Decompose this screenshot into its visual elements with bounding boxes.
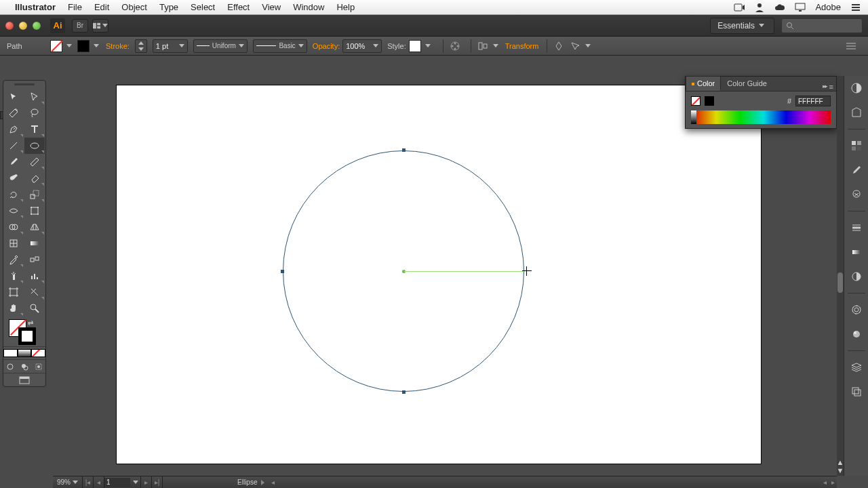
next-artboard-button[interactable]: ▸ bbox=[141, 476, 152, 488]
scroll-up-button[interactable]: ▲ bbox=[837, 458, 844, 466]
mesh-tool[interactable] bbox=[3, 235, 24, 251]
type-tool[interactable] bbox=[24, 121, 45, 138]
artboard-tool[interactable] bbox=[3, 284, 24, 300]
user-icon[interactable] bbox=[754, 2, 765, 13]
horizontal-scroll-track[interactable] bbox=[290, 476, 821, 488]
anchor-point-left[interactable] bbox=[281, 270, 284, 273]
workspace-switcher[interactable]: Essentials bbox=[710, 18, 774, 34]
isolate-button[interactable] bbox=[553, 40, 565, 52]
magic-wand-tool[interactable] bbox=[3, 105, 24, 121]
graphic-style-swatch[interactable] bbox=[409, 40, 421, 52]
swap-fill-stroke-icon[interactable]: ⇄ bbox=[28, 319, 33, 327]
panel-stroke-swatch[interactable] bbox=[705, 96, 714, 106]
draw-behind-button[interactable] bbox=[18, 360, 32, 373]
direct-selection-tool[interactable] bbox=[24, 89, 45, 105]
opacity-label[interactable]: Opacity: bbox=[313, 42, 340, 50]
stroke-panel-icon[interactable] bbox=[848, 220, 865, 236]
layers-panel-icon[interactable] bbox=[848, 359, 865, 375]
prev-artboard-button[interactable]: ◂ bbox=[94, 476, 104, 488]
recolor-artwork-button[interactable] bbox=[449, 40, 461, 52]
stroke-profile-dropdown[interactable]: Uniform bbox=[193, 39, 248, 53]
scroll-down-button[interactable]: ▼ bbox=[837, 466, 844, 474]
panel-menu-icon[interactable]: ≡ bbox=[829, 83, 833, 91]
opacity-field[interactable] bbox=[342, 39, 382, 53]
free-transform-tool[interactable] bbox=[24, 203, 45, 219]
color-mode-none[interactable] bbox=[31, 347, 45, 359]
ellipse-tool[interactable] bbox=[24, 138, 45, 154]
color-guide-panel-icon[interactable] bbox=[848, 104, 865, 121]
eraser-tool[interactable] bbox=[24, 170, 45, 186]
control-bar-menu-icon[interactable] bbox=[845, 40, 857, 52]
transform-label[interactable]: Transform bbox=[505, 42, 539, 50]
arrange-documents-button[interactable] bbox=[92, 19, 108, 33]
canvas-viewport[interactable] bbox=[53, 76, 837, 476]
color-mode-solid[interactable] bbox=[3, 347, 18, 359]
menu-window[interactable]: Window bbox=[293, 2, 324, 12]
column-graph-tool[interactable] bbox=[24, 268, 45, 284]
first-artboard-button[interactable]: |◂ bbox=[83, 476, 94, 488]
scale-tool[interactable] bbox=[24, 186, 45, 203]
width-tool[interactable] bbox=[3, 203, 24, 219]
opacity-input[interactable] bbox=[346, 42, 370, 50]
color-mode-gradient[interactable] bbox=[18, 347, 32, 359]
brushes-panel-icon[interactable] bbox=[848, 162, 865, 178]
select-similar-button[interactable] bbox=[569, 40, 581, 52]
window-zoom-button[interactable] bbox=[33, 22, 41, 30]
hex-input[interactable] bbox=[795, 96, 831, 106]
stroke-dropdown-icon[interactable] bbox=[94, 44, 99, 47]
gradient-panel-icon[interactable] bbox=[848, 244, 865, 260]
lasso-tool[interactable] bbox=[24, 105, 45, 121]
perspective-grid-tool[interactable] bbox=[24, 219, 45, 235]
stroke-weight-field[interactable] bbox=[153, 39, 188, 53]
stroke-weight-stepper[interactable] bbox=[135, 39, 147, 53]
fill-stroke-control[interactable]: ⇄ bbox=[3, 317, 45, 346]
menu-list-icon[interactable] bbox=[850, 2, 861, 13]
line-tool[interactable] bbox=[3, 138, 24, 154]
brush-definition-dropdown[interactable]: Basic bbox=[253, 39, 307, 53]
window-minimize-button[interactable] bbox=[19, 22, 27, 30]
last-artboard-button[interactable]: ▸| bbox=[152, 476, 163, 488]
panel-fill-swatch[interactable] bbox=[691, 96, 701, 106]
stroke-box[interactable] bbox=[18, 327, 36, 345]
menu-edit[interactable]: Edit bbox=[94, 2, 109, 12]
search-field[interactable] bbox=[781, 18, 863, 33]
menu-effect[interactable]: Effect bbox=[227, 2, 250, 12]
appearance-panel-icon[interactable] bbox=[848, 302, 865, 318]
anchor-point-bottom[interactable] bbox=[402, 390, 406, 394]
anchor-point-top[interactable] bbox=[402, 148, 406, 152]
pencil-tool[interactable] bbox=[24, 154, 45, 170]
fill-dropdown-icon[interactable] bbox=[66, 44, 72, 47]
menu-select[interactable]: Select bbox=[191, 2, 215, 12]
graphic-styles-panel-icon[interactable] bbox=[848, 326, 865, 342]
panel-collapse-icon[interactable]: ▸▸ bbox=[823, 83, 827, 91]
pen-tool[interactable] bbox=[3, 121, 24, 138]
artboard-number-input[interactable] bbox=[104, 478, 130, 487]
draw-inside-button[interactable] bbox=[31, 360, 45, 373]
blob-brush-tool[interactable] bbox=[3, 170, 24, 186]
swatches-panel-icon[interactable] bbox=[848, 138, 865, 154]
status-menu-icon[interactable] bbox=[261, 480, 264, 485]
bridge-button[interactable]: Br bbox=[72, 19, 88, 33]
menu-view[interactable]: View bbox=[262, 2, 281, 12]
blend-tool[interactable] bbox=[24, 251, 45, 268]
artboards-panel-icon[interactable] bbox=[848, 384, 865, 400]
selection-tool[interactable] bbox=[3, 89, 24, 105]
slice-tool[interactable] bbox=[24, 284, 45, 300]
symbols-panel-icon[interactable] bbox=[848, 186, 865, 203]
paintbrush-tool[interactable] bbox=[3, 154, 24, 170]
select-similar-dropdown-icon[interactable] bbox=[585, 44, 591, 47]
vertical-scrollbar[interactable]: ▲ ▼ bbox=[837, 76, 844, 476]
draw-normal-button[interactable] bbox=[3, 360, 18, 373]
screen-mode-button[interactable] bbox=[3, 373, 45, 386]
align-button[interactable] bbox=[477, 40, 489, 52]
hand-tool[interactable] bbox=[3, 300, 24, 317]
transparency-panel-icon[interactable] bbox=[848, 268, 865, 285]
menu-type[interactable]: Type bbox=[159, 2, 178, 12]
color-tab[interactable]: Color bbox=[686, 76, 721, 91]
artboard[interactable] bbox=[117, 85, 761, 464]
scroll-right-button-1[interactable]: ◂ bbox=[821, 479, 829, 486]
color-guide-tab[interactable]: Color Guide bbox=[721, 76, 773, 91]
stroke-weight-input[interactable] bbox=[156, 42, 176, 50]
vertical-scroll-thumb[interactable] bbox=[837, 272, 843, 293]
menu-app[interactable]: Illustrator bbox=[15, 2, 56, 12]
